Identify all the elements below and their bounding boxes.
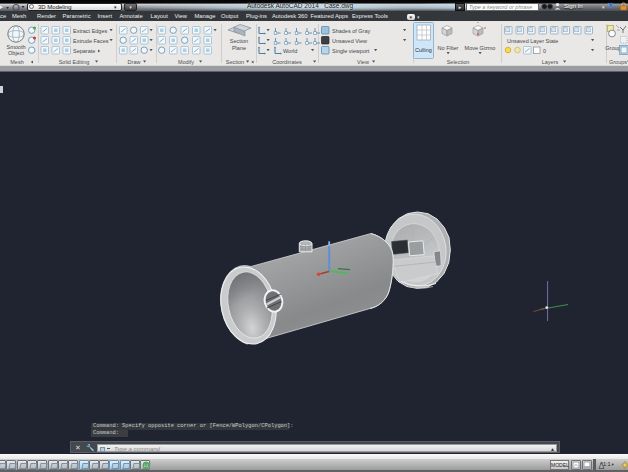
svg-text:Shades of Gray: Shades of Gray	[332, 28, 370, 34]
svg-text:0: 0	[543, 48, 546, 54]
svg-text:Unsaved View: Unsaved View	[332, 38, 367, 44]
svg-text:Solid Editing: Solid Editing	[59, 59, 90, 65]
svg-text:Smooth: Smooth	[7, 44, 26, 50]
svg-text:Group: Group	[605, 45, 620, 51]
svg-text:No Filter: No Filter	[438, 45, 459, 51]
svg-text:Section: Section	[226, 59, 244, 65]
svg-text:Draw: Draw	[128, 59, 141, 65]
svg-text:World: World	[283, 48, 297, 54]
svg-text:Single viewport: Single viewport	[332, 48, 370, 54]
svg-text:Modify: Modify	[178, 59, 194, 65]
svg-text:Unsaved Layer State: Unsaved Layer State	[507, 38, 558, 44]
svg-text:Layers: Layers	[542, 59, 559, 65]
svg-text:Section: Section	[230, 38, 248, 44]
svg-text:Selection: Selection	[447, 59, 470, 65]
svg-text:Mesh: Mesh	[10, 59, 23, 65]
svg-text:Object: Object	[8, 50, 24, 56]
svg-text:Extract Edges: Extract Edges	[73, 28, 107, 34]
svg-text:Separate: Separate	[73, 48, 95, 54]
svg-text:Culling: Culling	[415, 47, 432, 53]
svg-text:Coordinates: Coordinates	[272, 59, 302, 65]
svg-text:Groups: Groups	[609, 59, 627, 65]
svg-text:Move Gizmo: Move Gizmo	[465, 45, 496, 51]
svg-text:View: View	[357, 59, 369, 65]
svg-text:Plane: Plane	[232, 45, 246, 51]
svg-text:Extrude Faces: Extrude Faces	[73, 38, 109, 44]
